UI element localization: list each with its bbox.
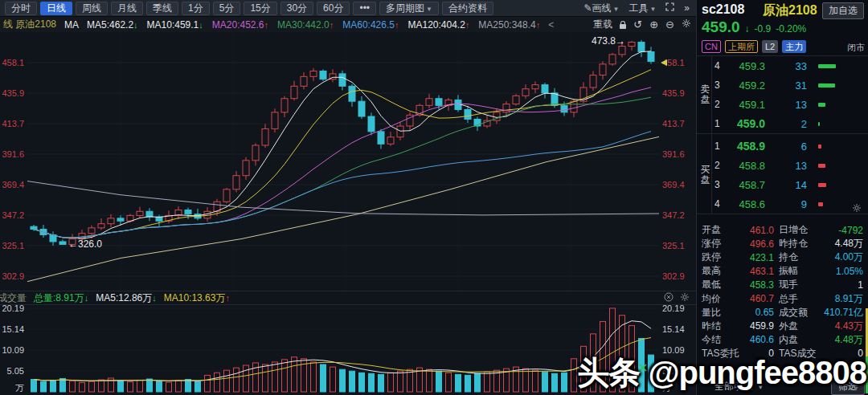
- stat-label: 总手: [774, 292, 819, 306]
- reload-button[interactable]: 重载: [593, 18, 612, 31]
- volume-title: 成交量: [0, 291, 27, 305]
- qty-bar-cell: [807, 103, 868, 107]
- period-tab[interactable]: 季线: [146, 2, 178, 15]
- stats-row: 昨结459.9外盘4.43万: [702, 320, 863, 333]
- ask-row[interactable]: 4459.333: [697, 56, 868, 75]
- multi-period-label: 多周期图: [386, 2, 424, 14]
- undo-icon[interactable]: ↺: [633, 18, 642, 31]
- ma-value: MA5:462.2↓: [87, 19, 138, 31]
- stat-value: 4.48万: [819, 237, 863, 250]
- bid-qty-bar: [818, 145, 821, 149]
- multi-period-tab[interactable]: 多周期图▼: [379, 2, 439, 15]
- period-tab[interactable]: 30分: [280, 2, 313, 15]
- arrow-up-icon: ↑: [395, 20, 399, 30]
- stats-row: 最高463.1振幅1.05%: [702, 264, 863, 278]
- legend-collapse-button[interactable]: <: [548, 19, 554, 31]
- svg-text:435.9: 435.9: [2, 88, 24, 98]
- period-tab[interactable]: 15分: [244, 2, 276, 15]
- tools-button[interactable]: 工具▼: [628, 2, 656, 15]
- candlestick-chart[interactable]: 458.1458.1435.9435.9413.7413.7391.6391.6…: [0, 32, 696, 395]
- volume-ma5: MA5:12.86万↓: [96, 291, 157, 305]
- ask-price: 459.3: [725, 60, 765, 72]
- contract-info-tab[interactable]: 合约资料: [442, 2, 493, 15]
- ma-value-label: MA10:459.1: [147, 19, 199, 31]
- watermark: 头条 @pungfee8808: [577, 351, 866, 395]
- pencil-icon: ✎: [583, 2, 592, 14]
- stat-value: 410.71亿: [819, 306, 863, 320]
- stat-value: 0.65: [739, 307, 774, 318]
- stat-value: 8.91万: [819, 292, 863, 306]
- bid-row[interactable]: 1458.96: [697, 136, 868, 156]
- qty-bar-cell: [807, 64, 868, 68]
- qty-bar-cell: [807, 145, 868, 149]
- stat-label: 振幅: [774, 264, 819, 278]
- arrow-up-icon: ↑: [264, 20, 269, 30]
- stat-label: 涨停: [702, 237, 739, 250]
- stats-row: 今结460.6内盘4.48万: [702, 333, 863, 347]
- order-book: 4459.3333459.2312459.1131459.021458.9624…: [697, 56, 868, 214]
- fullscreen-icon[interactable]: [665, 2, 674, 14]
- svg-text:369.4: 369.4: [2, 180, 24, 189]
- lock-icon[interactable]: [620, 24, 626, 29]
- svg-text:391.6: 391.6: [2, 149, 24, 159]
- stat-label: 持仓: [774, 250, 819, 264]
- ma-value: MA20:452.6↑: [212, 19, 268, 31]
- period-tab[interactable]: 60分: [317, 2, 350, 15]
- bid-price: 458.6: [725, 198, 765, 210]
- stat-label: 跌停: [702, 250, 739, 264]
- period-tab[interactable]: 日线: [40, 2, 72, 15]
- bid-row[interactable]: 2458.813: [697, 156, 868, 175]
- level: 2: [714, 160, 725, 171]
- svg-text:←326.0: ←326.0: [68, 238, 102, 250]
- bid-qty-bar: [818, 183, 826, 187]
- period-tab[interactable]: 月线: [111, 2, 143, 15]
- volume-total: 总量:8.91万↓: [34, 291, 88, 305]
- chart-symbol-label: 线 原油2108: [3, 18, 56, 31]
- ask-row[interactable]: 2459.113: [697, 95, 868, 114]
- ma-value: MA10:459.1↓: [147, 19, 203, 31]
- stat-label: 量比: [702, 306, 739, 320]
- close-icon[interactable]: [664, 292, 674, 304]
- qty-bar-cell: [807, 164, 868, 168]
- add-watchlist-button[interactable]: 加自选: [822, 2, 864, 19]
- period-tab[interactable]: 分时: [5, 2, 37, 15]
- more-periods-button[interactable]: •••: [353, 2, 376, 15]
- settings-gear-icon[interactable]: [682, 18, 691, 31]
- stat-label: 最高: [702, 264, 739, 278]
- period-tab[interactable]: 5分: [213, 2, 241, 15]
- svg-text:347.2: 347.2: [2, 210, 24, 220]
- stat-value: 4.48万: [819, 333, 863, 347]
- ma-value: MA30:442.0↑: [277, 19, 334, 31]
- period-tab[interactable]: 1分: [182, 2, 210, 15]
- svg-text:413.7: 413.7: [662, 119, 685, 128]
- price-change-pct: -0.20%: [776, 23, 806, 35]
- bid-row[interactable]: 3458.714: [697, 175, 868, 194]
- market-status: 闭市: [847, 42, 865, 54]
- orderbook-settings-gear-icon[interactable]: [852, 203, 862, 215]
- bid-row[interactable]: 4458.69: [697, 194, 868, 214]
- stat-value: 4.00万: [819, 250, 863, 264]
- draw-line-button[interactable]: ✎画线▼: [583, 2, 619, 15]
- stats-row: 量比0.65成交额410.71亿: [702, 306, 863, 320]
- settings-gear-icon[interactable]: [680, 292, 690, 304]
- chart-action-icons: 重载 ↺ ⊕ ⊖: [593, 18, 696, 31]
- stat-label: 成交额: [774, 306, 819, 320]
- stat-value: 461.0: [739, 225, 774, 236]
- ma-value-label: MA250:348.4: [478, 19, 535, 31]
- period-tab[interactable]: 周线: [76, 2, 108, 15]
- arrow-down-icon: ↓: [133, 20, 138, 30]
- stat-label: 现手: [774, 278, 819, 291]
- collapse-panel-icon[interactable]: »: [684, 2, 690, 14]
- zoom-out-icon[interactable]: ⊖: [665, 18, 674, 31]
- chevron-down-icon: ▼: [649, 6, 656, 13]
- ask-row[interactable]: 3459.231: [697, 75, 868, 95]
- ask-row[interactable]: 1459.02: [697, 114, 868, 133]
- ma-value: MA250:348.4↑: [478, 19, 540, 31]
- zoom-in-icon[interactable]: ⊕: [649, 18, 658, 31]
- last-price: 459.0: [702, 18, 740, 36]
- ma-value-label: MA120:404.2: [407, 19, 465, 31]
- stat-label: 外盘: [774, 320, 819, 333]
- badge-l2: L2: [762, 40, 778, 53]
- bid-qty: 6: [765, 140, 807, 153]
- volume-pane-icons: [664, 292, 696, 304]
